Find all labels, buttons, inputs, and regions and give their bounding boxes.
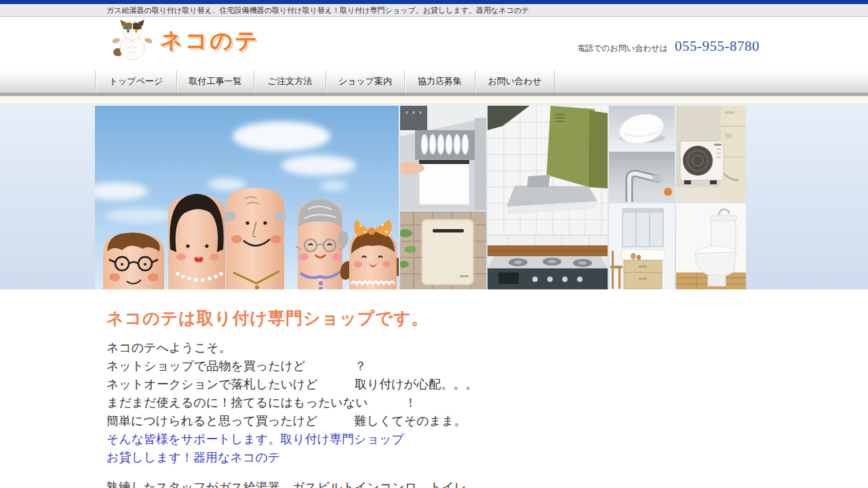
phone-contact: 電話でのお問い合わせは 055-955-8780: [577, 38, 760, 55]
nav-item-partner-recruit[interactable]: 協力店募集: [404, 70, 475, 93]
appliance-photo-grid: [400, 106, 746, 289]
photo-range-hood: [488, 106, 608, 235]
photo-air-conditioner: [676, 106, 746, 202]
support-link-line[interactable]: お貸しします！器用なネコのテ: [106, 449, 868, 467]
nav-item-shop-info[interactable]: ショップ案内: [326, 70, 404, 93]
nav-item-contact[interactable]: お問い合わせ: [475, 70, 555, 93]
logo-text: ネコのテ: [160, 26, 260, 56]
photo-bathroom-vanity: [609, 203, 675, 289]
nav-item-how-to-order[interactable]: ご注文方法: [254, 70, 326, 93]
photo-washlet-seat: [609, 106, 675, 150]
phone-number: 055-955-8780: [675, 38, 760, 55]
photo-dishwasher: [400, 106, 486, 210]
photo-kitchen-faucet: [609, 152, 675, 202]
cream-divider: [0, 96, 868, 104]
intro-line: ネコのテへようこそ。: [106, 339, 868, 357]
main-nav: トップページ 取付工事一覧 ご注文方法 ショップ案内 協力店募集 お問い合わせ: [0, 70, 868, 93]
photo-gas-water-heater: [400, 211, 486, 289]
phone-label: 電話でのお問い合わせは: [577, 43, 668, 54]
photo-gas-cooktop: [488, 236, 608, 289]
site-logo[interactable]: ネコのテ: [113, 18, 260, 63]
hero-section: [0, 104, 868, 289]
intro-line: ネットショップで品物を買ったけど ？: [106, 357, 868, 375]
tagline-bar: ガス給湯器の取り付け取り替え、住宅設備機器の取り付け取り替え！取り付け専門ショッ…: [0, 4, 868, 17]
tagline-text: ガス給湯器の取り付け取り替え、住宅設備機器の取り付け取り替え！取り付け専門ショッ…: [106, 6, 529, 14]
finger-puppet-family-photo: [95, 106, 399, 289]
closing-line: 熟練したスタッフがガス給湯器、ガスビルトインコンロ、トイレ、: [106, 479, 868, 488]
support-link-line[interactable]: そんな皆様をサポートします。取り付け専門ショップ: [106, 430, 868, 449]
site-header: ネコのテ 電話でのお問い合わせは 055-955-8780: [0, 17, 868, 70]
cat-logo-icon: [113, 18, 152, 63]
photo-toilet: [676, 203, 746, 289]
main-content: ネコのテは取り付け専門ショップです。 ネコのテへようこそ。 ネットショップで品物…: [0, 289, 868, 488]
page-title: ネコのテは取り付け専門ショップです。: [106, 307, 868, 329]
intro-line: 簡単につけられると思って買ったけど 難しくてそのまま。: [106, 412, 868, 430]
nav-item-top-page[interactable]: トップページ: [95, 70, 176, 93]
intro-line: ネットオークションで落札したいけど 取り付けが心配。。。: [106, 375, 868, 394]
hero-collage: [95, 106, 746, 289]
intro-line: まだまだ使えるのに！捨てるにはもったいない ！: [106, 394, 868, 412]
nav-item-installation-list[interactable]: 取付工事一覧: [176, 70, 254, 93]
